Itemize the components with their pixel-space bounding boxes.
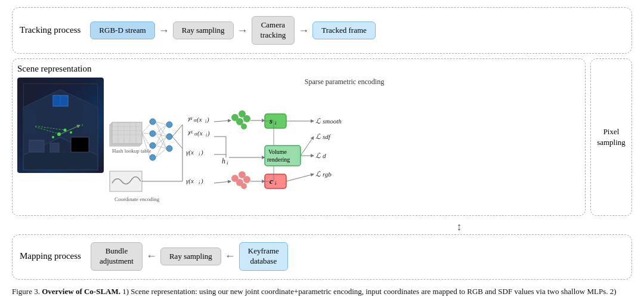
svg-text:𝒱ᴸ: 𝒱ᴸ <box>186 129 194 137</box>
main-diagram: Tracking process RGB-D stream → Ray samp… <box>12 7 632 280</box>
svg-point-78 <box>243 115 250 122</box>
svg-text:d: d <box>323 152 326 159</box>
svg-rect-6 <box>71 137 89 152</box>
svg-text:i: i <box>227 160 228 166</box>
camera-tracking-pill: Cameratracking <box>252 16 295 45</box>
mapping-label: Mapping process <box>20 251 81 261</box>
svg-text:): ) <box>200 149 203 156</box>
encoding-area: Sparse parametric encoding <box>110 78 579 211</box>
svg-text:ℒ: ℒ <box>315 132 321 141</box>
svg-point-34 <box>150 131 156 137</box>
room-illustration: xᵢ <box>17 78 104 173</box>
scene-block: Scene representation <box>12 58 586 216</box>
svg-point-10 <box>70 131 72 134</box>
scene-inner: xᵢ <box>17 78 579 211</box>
vert-arrow-icon: ↕ <box>457 221 462 233</box>
svg-rect-4 <box>29 140 44 152</box>
svg-text:smooth: smooth <box>323 117 342 125</box>
svg-line-42 <box>142 133 150 146</box>
svg-rect-5 <box>50 143 59 152</box>
svg-point-39 <box>166 146 172 151</box>
svg-line-53 <box>156 137 166 157</box>
arrow-left-2: ← <box>225 250 236 262</box>
svg-line-54 <box>156 149 166 157</box>
svg-line-85 <box>214 120 231 122</box>
tracking-row: Tracking process RGB-D stream → Ray samp… <box>20 13 624 47</box>
caption-bold: Overview of Co-SLAM. <box>42 287 120 296</box>
figure-num: Figure 3. <box>12 287 40 296</box>
pixel-sampling-label: Pixelsampling <box>597 126 626 148</box>
svg-text:rgb: rgb <box>323 171 332 178</box>
svg-text:(x: (x <box>197 116 202 123</box>
svg-line-50 <box>156 125 166 146</box>
svg-rect-22 <box>112 122 142 144</box>
svg-text:c: c <box>270 177 273 185</box>
vert-arrows: ↕ <box>286 221 632 233</box>
svg-line-109 <box>301 137 314 156</box>
sparse-label: Sparse parametric encoding <box>110 78 579 86</box>
rgb-stream-pill: RGB-D stream <box>90 21 154 39</box>
svg-rect-19 <box>83 104 95 134</box>
svg-text:𝒱¹: 𝒱¹ <box>186 116 194 123</box>
arrow-3: → <box>298 25 309 36</box>
svg-rect-18 <box>23 110 35 134</box>
svg-point-35 <box>150 143 156 149</box>
svg-text:): ) <box>207 129 210 137</box>
svg-point-83 <box>243 176 250 183</box>
svg-point-33 <box>150 119 156 125</box>
svg-text:rendering: rendering <box>267 156 290 163</box>
tracked-frame-pill: Tracked frame <box>312 21 376 39</box>
bundle-adj-pill: Bundleadjustment <box>91 242 143 271</box>
svg-line-91 <box>214 181 231 183</box>
svg-rect-17 <box>53 95 60 106</box>
svg-text:γ(x: γ(x <box>186 149 194 156</box>
svg-text:i: i <box>199 180 200 185</box>
svg-line-56 <box>172 137 182 149</box>
mapping-row: Mapping process Bundleadjustment ← Ray s… <box>20 240 624 273</box>
svg-line-55 <box>172 125 182 137</box>
svg-line-40 <box>142 125 150 133</box>
svg-point-79 <box>241 123 247 129</box>
keyframe-db-pill: Keyframedatabase <box>239 242 288 271</box>
svg-text:Volume: Volume <box>268 149 287 155</box>
caption: Figure 3. Overview of Co-SLAM. 1) Scene … <box>12 286 632 300</box>
mapping-section: Mapping process Bundleadjustment ← Ray s… <box>12 234 632 280</box>
svg-text:ℒ: ℒ <box>315 117 321 125</box>
svg-text:): ) <box>200 177 203 185</box>
svg-point-9 <box>52 136 54 138</box>
main-body: Scene representation <box>12 58 632 216</box>
tracking-label: Tracking process <box>20 25 80 35</box>
arrow-left-1: ← <box>146 250 157 262</box>
svg-point-36 <box>150 154 156 160</box>
svg-text:sdf: sdf <box>323 133 332 140</box>
room-image: xᵢ <box>17 78 104 173</box>
svg-text:ℒ: ℒ <box>315 170 321 178</box>
svg-text:): ) <box>206 116 209 123</box>
tracking-section: Tracking process RGB-D stream → Ray samp… <box>12 7 632 54</box>
svg-point-38 <box>166 134 172 140</box>
svg-line-41 <box>142 133 150 134</box>
svg-line-111 <box>286 174 314 181</box>
svg-text:γ(x: γ(x <box>186 177 194 185</box>
svg-text:s: s <box>269 116 273 125</box>
svg-text:Hash lookup table: Hash lookup table <box>112 148 151 154</box>
svg-text:i: i <box>206 132 207 138</box>
ray-sampling-2-pill: Ray sampling <box>160 248 221 265</box>
svg-rect-31 <box>110 171 142 191</box>
svg-text:Coordinate encoding: Coordinate encoding <box>114 196 160 202</box>
svg-point-37 <box>166 122 172 128</box>
svg-text:i: i <box>199 151 200 157</box>
scene-label: Scene representation <box>17 64 579 74</box>
svg-text:(x: (x <box>197 129 203 137</box>
pixel-sampling-block: Pixelsampling <box>590 58 632 216</box>
ray-sampling-pill: Ray sampling <box>173 21 234 39</box>
svg-text:i: i <box>205 119 206 124</box>
svg-text:ℒ: ℒ <box>315 151 321 160</box>
svg-point-84 <box>241 183 247 189</box>
svg-text:h: h <box>222 157 225 165</box>
arrow-1: → <box>159 25 169 36</box>
arrow-2: → <box>237 25 248 36</box>
